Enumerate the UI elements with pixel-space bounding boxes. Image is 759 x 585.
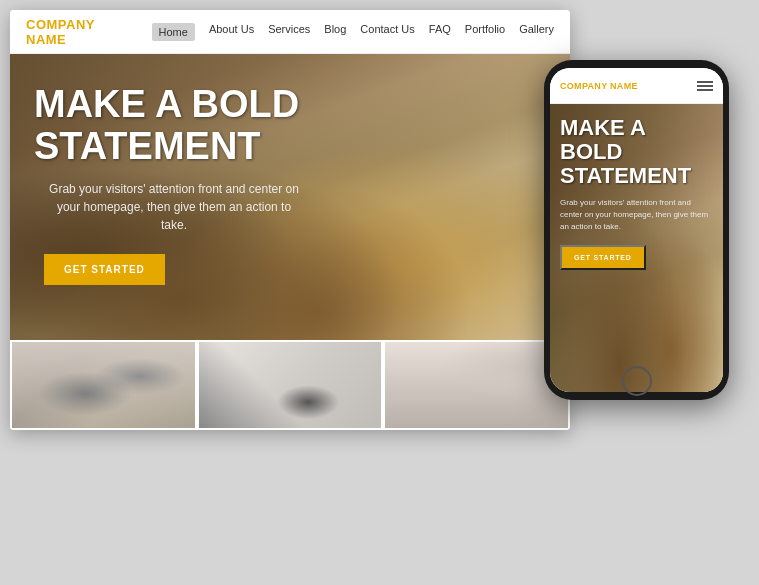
desktop-navbar: COMPANY NAME Home About Us Services Blog…	[10, 10, 570, 54]
mobile-hero-content: MAKE A BOLD STATEMENT Grab your visitors…	[550, 104, 723, 280]
hamburger-line-2	[697, 85, 713, 87]
mobile-navbar: COMPANY NAME	[550, 68, 723, 104]
nav-link-services[interactable]: Services	[268, 23, 310, 41]
nav-link-contact[interactable]: Contact Us	[360, 23, 414, 41]
desktop-hero: MAKE A BOLD STATEMENT Grab your visitors…	[10, 54, 570, 340]
hamburger-line-3	[697, 89, 713, 91]
mobile-mockup: COMPANY NAME MAKE A BOLD STATEMENT Grab …	[544, 60, 729, 400]
hamburger-menu-button[interactable]	[697, 81, 713, 91]
nav-link-about[interactable]: About Us	[209, 23, 254, 41]
nav-link-gallery[interactable]: Gallery	[519, 23, 554, 41]
desktop-cta-button[interactable]: GET STARTED	[44, 254, 165, 285]
desktop-hero-subtitle: Grab your visitors' attention front and …	[44, 180, 304, 234]
desktop-logo: COMPANY NAME	[26, 17, 95, 47]
logo-line2: NAME	[26, 32, 66, 47]
scene: COMPANY NAME Home About Us Services Blog…	[0, 0, 759, 585]
hamburger-line-1	[697, 81, 713, 83]
desktop-hero-content: MAKE A BOLD STATEMENT Grab your visitors…	[10, 54, 570, 305]
mobile-cta-button[interactable]: GET STARTED	[560, 245, 646, 270]
desktop-hero-title: MAKE A BOLD STATEMENT	[34, 84, 546, 168]
mobile-hero: MAKE A BOLD STATEMENT Grab your visitors…	[550, 104, 723, 392]
desktop-nav-links: Home About Us Services Blog Contact Us F…	[152, 23, 554, 41]
mobile-title-line2: BOLD	[560, 139, 622, 164]
mobile-hero-title: MAKE A BOLD STATEMENT	[560, 116, 713, 189]
desktop-title-line2: STATEMENT	[34, 125, 261, 167]
mobile-title-line3: STATEMENT	[560, 163, 691, 188]
mobile-logo: COMPANY NAME	[560, 81, 697, 91]
desktop-mockup: COMPANY NAME Home About Us Services Blog…	[10, 10, 570, 430]
nav-link-blog[interactable]: Blog	[324, 23, 346, 41]
desktop-photo-3	[385, 342, 568, 428]
mobile-home-button[interactable]	[622, 366, 652, 396]
nav-link-portfolio[interactable]: Portfolio	[465, 23, 505, 41]
nav-link-home[interactable]: Home	[152, 23, 195, 41]
nav-link-faq[interactable]: FAQ	[429, 23, 451, 41]
logo-line1: COMPANY	[26, 17, 95, 32]
mobile-title-line1: MAKE A	[560, 115, 646, 140]
desktop-title-line1: MAKE A BOLD	[34, 83, 299, 125]
mobile-screen: COMPANY NAME MAKE A BOLD STATEMENT Grab …	[550, 68, 723, 392]
desktop-photo-1	[12, 342, 195, 428]
desktop-photo-2	[199, 342, 382, 428]
desktop-photos	[10, 340, 570, 430]
mobile-hero-subtitle: Grab your visitors' attention front and …	[560, 197, 713, 233]
